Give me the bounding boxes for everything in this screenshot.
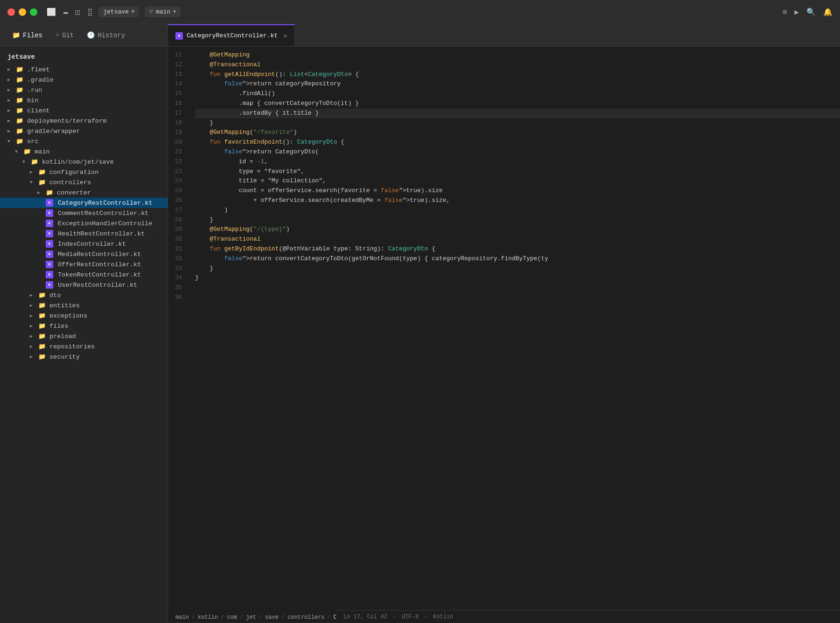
tree-item-label: dto <box>49 292 61 299</box>
tree-item-controllers[interactable]: 📁controllers <box>0 177 168 187</box>
tree-item-repositories[interactable]: 📁repositories <box>0 341 168 352</box>
status-encoding: UTF-8 <box>402 614 419 620</box>
tree-item-bin[interactable]: 📁bin <box>0 95 168 105</box>
wifi-off-icon[interactable]: ⊘ <box>783 7 787 17</box>
kt-file-icon: K <box>46 209 53 217</box>
breadcrumb-item[interactable]: kotlin <box>198 614 218 621</box>
tree-item-label: entities <box>49 302 80 309</box>
tree-item-label: main <box>35 148 49 155</box>
tree-item-token_rest[interactable]: KTokenRestController.kt <box>0 270 168 280</box>
editor-tab-category[interactable]: K CategoryRestController.kt ✕ <box>168 24 295 46</box>
code-line: @Transactional <box>195 60 840 70</box>
tree-item-run[interactable]: 📁.run <box>0 85 168 95</box>
code-line: id = -1, <box>195 157 840 167</box>
tree-item-label: bin <box>27 97 38 104</box>
tree-item-exception_handler[interactable]: KExceptionHandlerControlle <box>0 218 168 228</box>
code-content[interactable]: @GetMapping @Transactional fun getAllEnd… <box>191 47 840 599</box>
tree-item-main[interactable]: 📁main <box>0 146 168 157</box>
tree-item-index_controller[interactable]: KIndexController.kt <box>0 239 168 249</box>
line-number: 13 <box>168 70 186 80</box>
kt-file-icon: K <box>46 199 53 207</box>
search-icon[interactable]: 🔍 <box>806 7 816 17</box>
tree-item-kotlin[interactable]: 📁kotlin/com/jet/save <box>0 157 168 167</box>
kt-file-icon: K <box>46 281 53 289</box>
project-selector[interactable]: jetsave ▼ <box>98 7 139 17</box>
code-line: @Transactional <box>195 235 840 244</box>
status-bar: Ln 17, Col 42 · UTF-8 · Kotlin <box>336 610 840 623</box>
chevron-icon <box>30 169 36 175</box>
tree-item-src[interactable]: 📁src <box>0 136 168 146</box>
tree-item-entities[interactable]: 📁entities <box>0 300 168 311</box>
clock-icon: 🕐 <box>87 31 95 39</box>
breadcrumb-separator: / <box>281 614 285 621</box>
maximize-button[interactable] <box>30 8 37 16</box>
tree-item-converter[interactable]: 📁converter <box>0 187 168 198</box>
folder-icon: 📁 <box>12 31 20 39</box>
chevron-icon <box>7 87 14 93</box>
line-number: 21 <box>168 147 186 157</box>
tree-item-fleet[interactable]: 📁.fleet <box>0 64 168 75</box>
tree-item-category_rest[interactable]: KCategoryRestController.kt <box>0 198 168 208</box>
titlebar-right-icons: ⊘ ▶ 🔍 🔔 <box>783 7 833 17</box>
folder-icon: 📁 <box>16 86 23 94</box>
code-editor[interactable]: 1112131415161718192021222324252627282930… <box>168 47 840 612</box>
tree-item-user_rest[interactable]: KUserRestController.kt <box>0 280 168 290</box>
tree-item-files_folder[interactable]: 📁files <box>0 321 168 331</box>
run-icon[interactable]: ▶ <box>794 7 799 17</box>
breadcrumb-item[interactable]: com <box>227 614 237 621</box>
code-line: false">return categoryRepository <box>195 79 840 89</box>
tree-item-security[interactable]: 📁security <box>0 352 168 362</box>
line-number: 24 <box>168 176 186 186</box>
branch-selector[interactable]: ⑂ main ▼ <box>145 7 181 17</box>
tree-item-label: CommentRestController.kt <box>58 210 148 217</box>
line-number: 22 <box>168 157 186 167</box>
kt-file-icon: K <box>46 240 53 248</box>
breadcrumb-item[interactable]: jet <box>246 614 256 621</box>
tree-item-client[interactable]: 📁client <box>0 105 168 116</box>
grid-icon[interactable]: ⣿ <box>87 7 93 17</box>
code-line: @GetMapping <box>195 50 840 60</box>
tree-item-label: security <box>49 353 80 360</box>
code-line: @GetMapping("/favorite") <box>195 128 840 138</box>
tab-git[interactable]: ⑂ Git <box>49 28 80 43</box>
tree-item-label: deployments/terraform <box>27 118 106 125</box>
tree-item-label: UserRestController.kt <box>58 282 137 289</box>
line-number: 26 <box>168 196 186 206</box>
sidebar-bottom-icon[interactable]: ▬ <box>63 8 68 16</box>
tree-item-label: .run <box>27 87 42 94</box>
line-number: 30 <box>168 235 186 244</box>
chevron-icon <box>7 97 14 103</box>
line-numbers: 1112131415161718192021222324252627282930… <box>168 47 191 599</box>
line-number: 18 <box>168 118 186 128</box>
minimize-button[interactable] <box>19 8 26 16</box>
tab-files[interactable]: 📁 Files <box>6 28 49 43</box>
breadcrumb-item[interactable]: main <box>175 614 189 621</box>
breadcrumb-item[interactable]: save <box>265 614 279 621</box>
tree-item-media_rest[interactable]: KMediaRestController.kt <box>0 249 168 259</box>
bell-icon[interactable]: 🔔 <box>823 7 833 17</box>
tree-item-comment_rest[interactable]: KCommentRestController.kt <box>0 208 168 218</box>
titlebar: ⬜ ▬ ◫ ⣿ jetsave ▼ ⑂ main ▼ ⊘ ▶ 🔍 🔔 <box>0 0 840 24</box>
chevron-icon <box>30 303 36 308</box>
tree-item-preload[interactable]: 📁preload <box>0 331 168 341</box>
tab-close-icon[interactable]: ✕ <box>283 32 287 40</box>
tree-item-gradle[interactable]: 📁.gradle <box>0 75 168 85</box>
folder-icon: 📁 <box>16 107 23 114</box>
tree-item-configuration[interactable]: 📁configuration <box>0 167 168 177</box>
folder-icon: 📁 <box>16 138 23 145</box>
breadcrumb-item[interactable]: controllers <box>287 614 324 621</box>
tree-item-gradle_wrapper[interactable]: 📁gradle/wrapper <box>0 126 168 136</box>
tree-item-deployments[interactable]: 📁deployments/terraform <box>0 116 168 126</box>
close-button[interactable] <box>7 8 15 16</box>
sidebar-split-icon[interactable]: ◫ <box>76 7 80 17</box>
tree-item-exceptions[interactable]: 📁exceptions <box>0 311 168 321</box>
sidebar-left-icon[interactable]: ⬜ <box>47 7 56 17</box>
tree-item-offer_rest[interactable]: KOfferRestController.kt <box>0 259 168 270</box>
chevron-icon <box>22 159 29 165</box>
tree-item-dto[interactable]: 📁dto <box>0 290 168 300</box>
tree-item-health_rest[interactable]: KHealthRestController.kt <box>0 228 168 239</box>
code-line: .findAll() <box>195 89 840 99</box>
tab-history[interactable]: 🕐 History <box>80 28 132 43</box>
tree-item-label: MediaRestController.kt <box>58 251 141 258</box>
tree-item-label: .fleet <box>27 66 50 73</box>
